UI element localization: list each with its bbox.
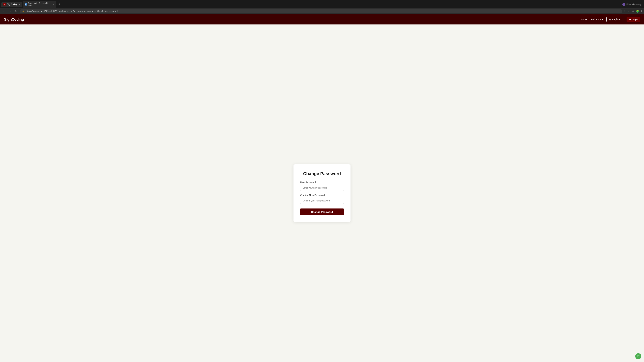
tab-favicon-signcoding: S xyxy=(3,3,6,5)
download-icon[interactable]: ⬇ xyxy=(632,9,634,13)
bookmark-icon[interactable]: ☆ xyxy=(624,9,626,13)
address-bar[interactable]: 🔒 https://signcoding-d529cc1ebf99.heroku… xyxy=(20,9,622,13)
shield-overlay-icon: 🛡 xyxy=(635,353,641,359)
register-button[interactable]: ⊞ Register xyxy=(606,17,623,22)
confirm-password-input[interactable] xyxy=(300,198,344,204)
tab-tempmail[interactable]: ✉ Temp Mail - Disposable Tempo... × xyxy=(23,1,56,8)
navbar: SignCoding Home Find a Tutor ⊞ Register … xyxy=(0,14,644,24)
tab-bar-end: Private browsing xyxy=(622,3,643,6)
change-password-card: Change Password New Password: Confirm Ne… xyxy=(294,164,350,222)
nav-find-tutor[interactable]: Find a Tutor xyxy=(590,18,603,21)
tab-bar: S SignCoding × ✉ Temp Mail - Disposable … xyxy=(0,0,644,8)
menu-icon[interactable]: ≡ xyxy=(641,9,642,12)
tab-signcoding[interactable]: S SignCoding × xyxy=(1,2,22,7)
nav-links: Home Find a Tutor ⊞ Register ↪ Login xyxy=(581,17,640,22)
reload-button[interactable]: ↻ xyxy=(14,9,18,13)
login-label: Login xyxy=(632,18,638,21)
brand-logo[interactable]: SignCoding xyxy=(4,17,24,22)
new-password-label: New Password: xyxy=(300,181,344,184)
address-bar-row: ← → ↻ 🔒 https://signcoding-d529cc1ebf99.… xyxy=(0,8,644,14)
card-title: Change Password xyxy=(300,171,344,176)
browser-actions: ☆ 🛡 ⬇ 🧩 ≡ xyxy=(624,9,642,13)
submit-button[interactable]: Change Password xyxy=(300,209,344,215)
register-icon: ⊞ xyxy=(609,18,611,21)
new-tab-button[interactable]: + xyxy=(57,2,62,7)
extensions-icon[interactable]: 🧩 xyxy=(636,9,639,13)
forward-button[interactable]: → xyxy=(8,9,12,13)
shield-browser-icon[interactable]: 🛡 xyxy=(628,9,630,12)
page-content: Change Password New Password: Confirm Ne… xyxy=(0,24,644,362)
private-browsing-label: Private browsing xyxy=(626,3,641,5)
back-button[interactable]: ← xyxy=(2,9,6,13)
nav-home[interactable]: Home xyxy=(581,18,587,21)
register-label: Register xyxy=(612,18,621,21)
confirm-password-label: Confirm New Password: xyxy=(300,194,344,197)
login-button[interactable]: ↪ Login xyxy=(626,17,640,22)
private-browsing-icon xyxy=(622,3,626,6)
url-text: https://signcoding-d529cc1ebf99.herokuap… xyxy=(26,10,620,12)
tab-favicon-tempmail: ✉ xyxy=(25,3,27,5)
login-icon: ↪ xyxy=(629,18,631,21)
new-password-group: New Password: xyxy=(300,181,344,191)
tab-label-signcoding: SignCoding xyxy=(7,3,18,5)
new-password-input[interactable] xyxy=(300,185,344,191)
confirm-password-group: Confirm New Password: xyxy=(300,194,344,204)
tab-close-tempmail[interactable]: × xyxy=(53,3,54,6)
lock-icon: 🔒 xyxy=(22,10,25,12)
browser-chrome: S SignCoding × ✉ Temp Mail - Disposable … xyxy=(0,0,644,14)
tab-label-tempmail: Temp Mail - Disposable Tempo... xyxy=(28,2,52,7)
website: SignCoding Home Find a Tutor ⊞ Register … xyxy=(0,14,644,362)
tab-close-signcoding[interactable]: × xyxy=(19,3,20,6)
